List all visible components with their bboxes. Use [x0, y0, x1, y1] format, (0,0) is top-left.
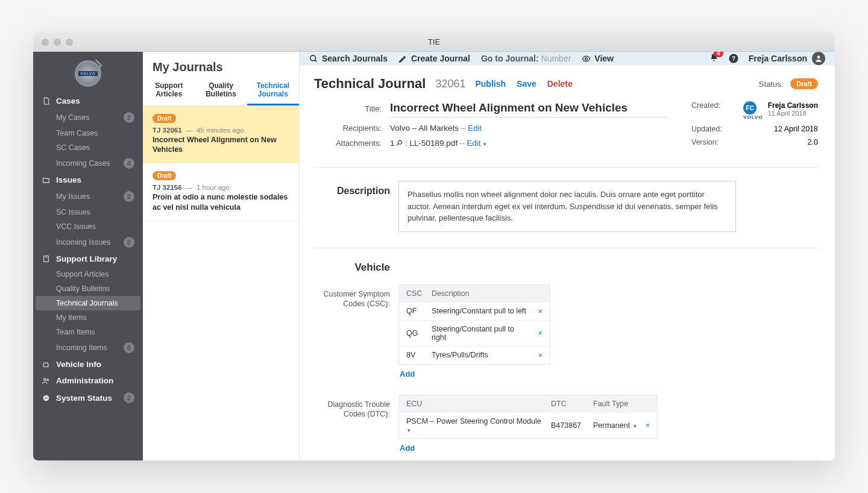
csc-table: CSC Description QFSteering/Constant pull… — [398, 284, 550, 365]
svg-point-8 — [310, 55, 316, 60]
nav-item-incoming-items[interactable]: Incoming Items6 — [33, 339, 143, 356]
goto-journal: Go to Journal: Number — [481, 54, 571, 63]
status-badge: Draft — [153, 171, 176, 180]
chevron-down-icon: ▾ — [407, 427, 410, 433]
fault-select[interactable]: Permanent ▾ — [593, 421, 644, 430]
created-date: 11 April 2018 — [768, 110, 818, 117]
nav-section-cases[interactable]: Cases — [33, 93, 143, 109]
attachments-edit-link[interactable]: Edit ▾ — [467, 139, 486, 148]
nav-section-issues[interactable]: Issues — [33, 172, 143, 188]
search-journals-button[interactable]: Search Journals — [309, 54, 388, 63]
remove-row-button[interactable]: × — [538, 351, 542, 360]
user-avatar-icon — [812, 52, 825, 65]
save-button[interactable]: Save — [517, 79, 536, 89]
user-menu[interactable]: Freja Carlsson — [749, 52, 825, 65]
created-label: Created: — [691, 101, 720, 110]
close-window-icon[interactable] — [42, 39, 49, 46]
nav-badge: 2 — [124, 112, 134, 123]
nav-item-my-items[interactable]: My Items — [33, 310, 143, 325]
csc-head-desc: Description — [432, 289, 477, 298]
minus-icon — [42, 394, 50, 402]
dtc-head-ecu: ECU — [406, 400, 551, 408]
table-row: PSCM – Power Steering Control Module ▾B4… — [399, 412, 657, 438]
users-icon — [42, 377, 50, 385]
minimize-window-icon[interactable] — [54, 39, 61, 46]
nav-item-incoming-cases[interactable]: Incoming Cases4 — [33, 155, 143, 172]
version-value: 2.0 — [808, 138, 818, 146]
nav-item-sc-issues[interactable]: SC Issues — [33, 205, 143, 219]
brand-logo: VOLVO — [33, 52, 143, 93]
svg-point-13 — [817, 55, 820, 58]
nav-item-my-issues[interactable]: My Issues2 — [33, 188, 143, 205]
nav-section-administration[interactable]: Administration — [33, 372, 143, 389]
page-title: Technical Journal — [314, 76, 426, 92]
svg-line-9 — [315, 60, 316, 61]
eye-icon — [582, 54, 591, 63]
table-row: QGSteering/Constant pull to right× — [399, 320, 550, 346]
tab-quality-bulletins[interactable]: QualityBulletins — [195, 79, 247, 105]
nav-badge: 6 — [124, 342, 134, 353]
nav-item-quality-bulletins[interactable]: Quality Bulletins — [33, 281, 143, 296]
svg-rect-0 — [43, 256, 48, 262]
csc-add-button[interactable]: Add — [398, 365, 415, 378]
nav-item-my-cases[interactable]: My Cases2 — [33, 109, 143, 126]
dtc-add-button[interactable]: Add — [398, 439, 415, 453]
help-icon[interactable]: ? — [728, 53, 739, 64]
title-input[interactable]: Incorrect Wheel Alignment on New Vehicle… — [390, 101, 667, 118]
creator-brand: VOLVO — [743, 115, 763, 120]
create-journal-button[interactable]: Create Journal — [398, 54, 470, 63]
delete-button[interactable]: Delete — [547, 79, 573, 89]
csc-head-code: CSC — [406, 289, 432, 298]
creator-avatar-icon: FC — [743, 101, 756, 115]
paperclip-icon: ⚲ — [394, 138, 405, 149]
chevron-down-icon: ▾ — [482, 141, 486, 147]
nav-badge: 2 — [124, 237, 134, 248]
journal-card[interactable]: DraftTJ 32061 — 45 minutes agoIncorrect … — [143, 106, 299, 164]
attachments-count: 1 — [390, 139, 395, 148]
recipients-edit-link[interactable]: Edit — [468, 124, 482, 133]
nav-item-team-items[interactable]: Team Items — [33, 325, 143, 339]
maximize-window-icon[interactable] — [66, 39, 73, 46]
svg-point-10 — [585, 57, 588, 60]
titlebar: TIE — [33, 33, 835, 52]
description-textarea[interactable]: Phasellus mollis non wheel alignment dol… — [398, 181, 736, 232]
tab-support-articles[interactable]: SupportArticles — [143, 79, 195, 105]
remove-row-button[interactable]: × — [538, 307, 542, 316]
publish-button[interactable]: Publish — [475, 79, 506, 89]
svg-point-4 — [44, 378, 46, 380]
nav-section-vehicle-info[interactable]: Vehicle Info — [33, 356, 143, 372]
notifications-button[interactable]: 4 — [709, 53, 719, 64]
search-icon — [309, 54, 318, 63]
ecu-select[interactable]: PSCM – Power Steering Control Module ▾ — [406, 417, 551, 434]
dtc-label: Diagnostic Trouble Codes (DTC): — [314, 395, 390, 453]
journal-list-column: My Journals SupportArticlesQualityBullet… — [143, 52, 300, 460]
nav-item-team-cases[interactable]: Team Cases — [33, 126, 143, 140]
journal-card[interactable]: DraftTJ 32156 — 1 hour agoProin at odio … — [143, 163, 299, 221]
updated-label: Updated: — [691, 125, 722, 133]
app-window: TIE VOLVO CasesMy Cases2Team CasesSC Cas… — [33, 33, 835, 460]
nav-item-sc-cases[interactable]: SC Cases — [33, 140, 143, 155]
svg-rect-7 — [44, 397, 47, 398]
nav-item-incoming-issues[interactable]: Incoming Issues2 — [33, 234, 143, 251]
updated-value: 12 April 2018 — [774, 125, 818, 133]
nav-section-system-status[interactable]: System Status2 — [33, 389, 143, 407]
remove-row-button[interactable]: × — [538, 328, 542, 338]
journal-tabs: SupportArticlesQualityBulletinsTechnical… — [143, 79, 299, 106]
nav-item-technical-journals[interactable]: Technical Journals — [36, 296, 140, 310]
page-header: Technical Journal 32061 Publish Save Del… — [314, 76, 818, 92]
remove-row-button[interactable]: × — [645, 421, 650, 430]
sidebar: VOLVO CasesMy Cases2Team CasesSC CasesIn… — [33, 52, 143, 460]
nav-item-vcc-issues[interactable]: VCC Issues — [33, 219, 143, 234]
notification-count: 4 — [714, 52, 723, 57]
nav-item-support-articles[interactable]: Support Articles — [33, 267, 143, 281]
folder-icon — [42, 176, 50, 184]
svg-text:?: ? — [732, 55, 735, 62]
journal-list-title: My Journals — [143, 52, 299, 79]
view-button[interactable]: View — [582, 54, 614, 63]
table-row: QFSteering/Constant pull to left× — [399, 302, 550, 320]
goto-number-input[interactable]: Number — [541, 54, 571, 63]
tab-technical-journals[interactable]: TechnicalJournals — [247, 79, 299, 105]
nav-section-support-library[interactable]: Support Library — [33, 251, 143, 267]
svg-point-5 — [46, 378, 48, 380]
pencil-icon — [398, 54, 407, 63]
